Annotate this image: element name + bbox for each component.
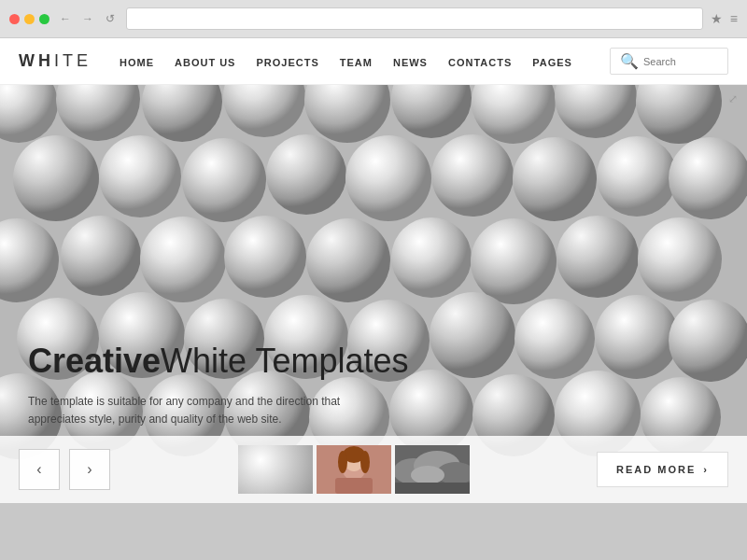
headline-thin: White Templates — [161, 342, 408, 380]
svg-point-16 — [513, 137, 597, 221]
svg-point-10 — [13, 135, 99, 221]
nav-item-about[interactable]: ABOUT US — [175, 53, 235, 70]
nav-link-home[interactable]: HOME — [120, 57, 154, 68]
nav-link-about[interactable]: ABOUT US — [175, 57, 235, 68]
nav-item-contacts[interactable]: CONTACTS — [448, 53, 512, 70]
hero-overlay: CreativeWhite Templates The template is … — [28, 341, 719, 428]
address-bar[interactable] — [126, 7, 703, 30]
nav-item-pages[interactable]: PAGES — [532, 53, 572, 70]
read-more-button[interactable]: READ MORE › — [597, 452, 728, 487]
svg-point-59 — [338, 451, 347, 473]
svg-point-11 — [99, 135, 181, 217]
nav-item-home[interactable]: HOME — [120, 53, 154, 70]
hero-subtext: The template is suitable for any company… — [28, 393, 345, 428]
browser-dots — [9, 14, 49, 24]
nav-link-pages[interactable]: PAGES — [532, 57, 572, 68]
svg-point-17 — [597, 136, 677, 217]
svg-point-12 — [182, 138, 266, 222]
hero-headline: CreativeWhite Templates — [28, 341, 719, 381]
svg-point-27 — [638, 217, 722, 301]
browser-titlebar: ← → ↺ ★ ≡ — [0, 0, 747, 38]
dot-minimize[interactable] — [24, 14, 35, 24]
thumbnail-3[interactable] — [395, 445, 470, 494]
svg-point-52 — [238, 471, 256, 494]
svg-point-13 — [266, 134, 346, 215]
svg-point-65 — [411, 466, 444, 484]
search-icon: 🔍 — [620, 52, 639, 70]
svg-point-48 — [261, 445, 287, 468]
nav-item-projects[interactable]: PROJECTS — [256, 53, 318, 70]
next-slide-button[interactable]: › — [69, 449, 110, 490]
svg-point-49 — [286, 445, 312, 469]
forward-button[interactable]: → — [79, 10, 96, 27]
svg-point-14 — [345, 135, 431, 221]
svg-point-22 — [224, 216, 306, 298]
browser-icons: ★ ≡ — [711, 11, 738, 26]
svg-point-50 — [248, 464, 275, 490]
svg-point-51 — [274, 466, 300, 492]
dot-close[interactable] — [9, 14, 20, 24]
svg-point-60 — [360, 451, 370, 473]
logo-thin: ITE — [54, 51, 92, 70]
svg-rect-56 — [335, 478, 373, 494]
svg-point-26 — [557, 216, 639, 298]
svg-point-53 — [294, 468, 313, 494]
hero-section: CreativeWhite Templates The template is … — [0, 85, 747, 503]
nav-item-news[interactable]: NEWS — [393, 53, 428, 70]
search-bar[interactable]: 🔍 — [610, 48, 728, 75]
site-menu: HOME ABOUT US PROJECTS TEAM NEWS CONTACT… — [120, 53, 610, 70]
svg-point-24 — [391, 217, 472, 298]
svg-rect-46 — [238, 445, 313, 494]
svg-point-20 — [61, 216, 141, 296]
slide-thumbnails — [120, 445, 587, 494]
search-input[interactable] — [643, 56, 718, 67]
bookmark-icon[interactable]: ★ — [711, 11, 723, 26]
svg-point-15 — [431, 134, 514, 217]
prev-arrow-icon: ‹ — [36, 461, 41, 478]
nav-link-news[interactable]: NEWS — [393, 57, 428, 68]
svg-point-21 — [140, 217, 226, 302]
thumbnail-1[interactable] — [238, 445, 313, 494]
read-more-arrow-icon: › — [703, 464, 709, 475]
svg-point-47 — [238, 445, 262, 469]
prev-slide-button[interactable]: ‹ — [19, 449, 60, 490]
thumbnail-2[interactable] — [317, 445, 391, 494]
menu-icon[interactable]: ≡ — [730, 11, 738, 26]
nav-link-contacts[interactable]: CONTACTS — [448, 57, 512, 68]
next-arrow-icon: › — [87, 461, 92, 478]
read-more-label: READ MORE — [616, 464, 696, 475]
browser-window: ← → ↺ ★ ≡ — [0, 0, 747, 38]
resize-icon: ⤢ — [728, 92, 738, 105]
browser-nav: ← → ↺ — [57, 10, 119, 27]
svg-point-18 — [669, 137, 747, 219]
nav-link-projects[interactable]: PROJECTS — [256, 57, 318, 68]
nav-item-team[interactable]: TEAM — [340, 53, 373, 70]
site-logo[interactable]: WHITE — [19, 51, 92, 71]
logo-bold: WH — [19, 51, 54, 70]
nav-link-team[interactable]: TEAM — [340, 57, 373, 68]
svg-point-23 — [306, 218, 390, 302]
svg-point-25 — [471, 218, 557, 304]
dot-maximize[interactable] — [39, 14, 49, 24]
refresh-button[interactable]: ↺ — [102, 10, 119, 27]
site-navigation: WHITE HOME ABOUT US PROJECTS TEAM NEWS C… — [0, 38, 747, 85]
hero-bottom-bar: ‹ › — [0, 436, 747, 503]
headline-bold: Creative — [28, 342, 161, 380]
website-content: WHITE HOME ABOUT US PROJECTS TEAM NEWS C… — [0, 38, 747, 503]
back-button[interactable]: ← — [57, 10, 74, 27]
svg-rect-66 — [395, 483, 470, 494]
